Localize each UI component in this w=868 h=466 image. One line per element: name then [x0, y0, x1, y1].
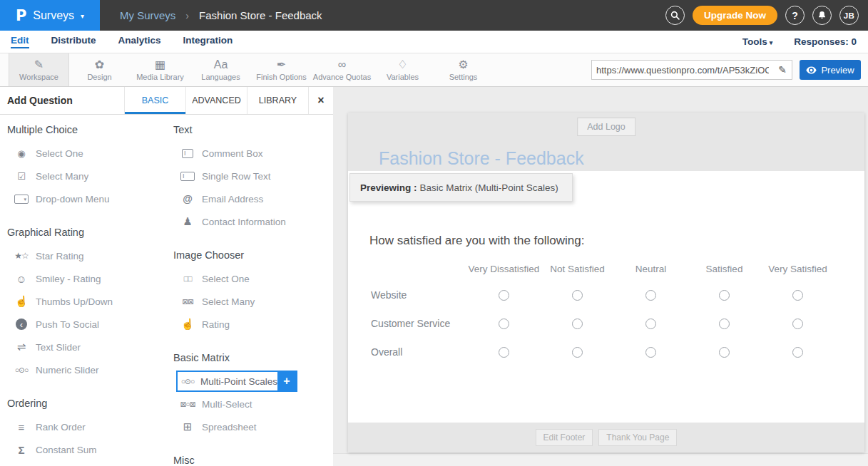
breadcrumb-my-surveys[interactable]: My Surveys: [120, 9, 175, 21]
question-type-drop-down-menu[interactable]: ▾ Drop-down Menu: [7, 187, 166, 210]
close-panel-button[interactable]: ×: [308, 87, 333, 114]
toolbar-workspace[interactable]: ✎ Workspace: [9, 53, 69, 86]
question-type-text-slider[interactable]: ⇌ Text Slider: [7, 336, 166, 358]
survey-nav-tabs: EditDistributeAnalyticsIntegration: [11, 35, 233, 48]
matrix-radio-overall-satisfied[interactable]: [719, 347, 730, 358]
avatar[interactable]: JB: [839, 6, 859, 25]
questionpro-app: P Surveys ▾ My Surveys › Fashion Store -…: [0, 0, 868, 466]
toolbar-media-library[interactable]: ▦ Media Library: [130, 53, 190, 86]
panel-tab-advanced[interactable]: ADVANCED: [185, 87, 247, 114]
matrix-radio-overall-very-dissatisfied[interactable]: [499, 347, 509, 358]
question-type-smiley-rating[interactable]: ☺ Smiley - Rating: [7, 267, 166, 290]
question-type-thumbs-up-down[interactable]: ☝ Thumbs Up/Down: [7, 290, 166, 313]
thank-you-page-button[interactable]: Thank You Page: [598, 429, 677, 446]
question-type-label: Select One: [36, 148, 83, 159]
edit-toolbar: ✎ Workspace ✿ Design ▦ Media Library Aa …: [0, 53, 868, 87]
matrix-radio-website-very-dissatisfied[interactable]: [499, 290, 509, 301]
question-type-multi-point-scales[interactable]: ○⊙○Multi-Point Scales +: [173, 370, 332, 393]
question-type-contact-information[interactable]: ♟ Contact Information: [173, 210, 332, 233]
matrix-radio-website-very-satisfied[interactable]: [792, 290, 803, 301]
toolbar-languages[interactable]: Aa Languages: [190, 53, 251, 86]
toolbar-finish-options[interactable]: ✒ Finish Options: [251, 53, 312, 86]
question-type-rating[interactable]: ☝ Rating: [173, 313, 332, 336]
survey-url-input[interactable]: [592, 65, 773, 76]
matrix-radio-overall-neutral[interactable]: [645, 347, 656, 358]
radio-stack-icon: ◉: [13, 148, 30, 159]
matrix-cell: [541, 281, 614, 309]
toolbar-advance-quotas[interactable]: ∞ Advance Quotas: [312, 53, 372, 86]
add-logo-button[interactable]: Add Logo: [577, 118, 635, 136]
nav-tab-analytics[interactable]: Analytics: [118, 35, 161, 48]
matrix-radio-website-satisfied[interactable]: [719, 290, 730, 301]
toolbar-item-label: Languages: [201, 73, 240, 81]
question-type-list: Multiple Choice ◉ Select One ☑ Select Ma…: [0, 115, 333, 466]
checkbox-stack-icon: ☑: [13, 171, 30, 182]
matrix-radio-website-not-satisfied[interactable]: [572, 290, 583, 301]
question-type-single-row-text[interactable]: I Single Row Text: [173, 165, 332, 187]
question-type-label: Comment Box: [202, 148, 263, 159]
tools-menu[interactable]: Tools▾: [742, 36, 773, 47]
matrix-radio-customer-service-not-satisfied[interactable]: [572, 319, 583, 329]
nav-tab-distribute[interactable]: Distribute: [51, 35, 96, 48]
question-type-select-many[interactable]: ⊠⊠ Select Many: [173, 290, 332, 313]
smiley-icon: ☺: [13, 273, 30, 285]
question-type-drag-and-drop[interactable]: ✛ Drag and Drop: [7, 461, 166, 466]
question-type-label: Contact Information: [202, 217, 286, 227]
question-type-star-rating[interactable]: ★☆ Star Rating: [7, 244, 166, 267]
translate-icon: Aa: [214, 59, 228, 71]
matrix-radio-customer-service-satisfied[interactable]: [719, 319, 730, 329]
survey-url-box: ✎: [591, 60, 792, 80]
edit-url-icon[interactable]: ✎: [773, 64, 792, 76]
responses-count[interactable]: Responses: 0: [794, 36, 857, 47]
question-type-email-address[interactable]: @ Email Address: [173, 187, 332, 210]
upgrade-button[interactable]: Upgrade Now: [693, 6, 777, 25]
nav-tab-integration[interactable]: Integration: [183, 35, 233, 48]
toolbar-design[interactable]: ✿ Design: [69, 53, 130, 86]
question-type-numeric-slider[interactable]: ○⊙○ Numeric Slider: [7, 358, 166, 381]
section-heading: Misc: [173, 452, 332, 466]
matrix-column-very-satisfied: Very Satisfied: [761, 257, 834, 281]
toolbar-right: ✎ Preview: [591, 60, 868, 80]
matrix-radio-customer-service-very-satisfied[interactable]: [792, 319, 803, 329]
question-type-comment-box[interactable]: I Comment Box: [173, 142, 332, 165]
matrix-cell: [688, 309, 761, 338]
matrix-radio-website-neutral[interactable]: [645, 290, 656, 301]
question-type-multi-select[interactable]: ⊠○⊠ Multi-Select: [173, 393, 332, 415]
question-type-label: Spreadsheet: [202, 422, 257, 433]
matrix-cell: [761, 309, 834, 338]
panel-tab-library[interactable]: LIBRARY: [247, 87, 308, 114]
question-type-label: Select Many: [202, 296, 255, 307]
search-button[interactable]: [665, 6, 685, 25]
product-switcher[interactable]: P Surveys ▾: [0, 0, 100, 31]
preview-button[interactable]: Preview: [800, 60, 861, 80]
toolbar-variables[interactable]: ♢ Variables: [372, 53, 433, 86]
matrix-column-very-dissatisfied: Very Dissatisfied: [467, 257, 541, 281]
comment-box-icon: I: [179, 149, 196, 158]
section-image-chooser: Image Chooser □□ Select One ⊠⊠ Select Ma…: [173, 247, 332, 336]
slider-icon: ⇌: [13, 341, 30, 353]
add-question-panel: Add Question BASICADVANCEDLIBRARY × Mult…: [0, 87, 333, 466]
toolbar-settings[interactable]: ⚙ Settings: [433, 53, 494, 86]
matrix-cell: [467, 309, 541, 338]
nav-tab-edit[interactable]: Edit: [11, 35, 29, 48]
matrix-radio-customer-service-neutral[interactable]: [645, 319, 656, 329]
toolbar-item-label: Variables: [387, 73, 419, 81]
toolbar-item-label: Advance Quotas: [313, 73, 371, 81]
matrix-radio-customer-service-very-dissatisfied[interactable]: [499, 319, 509, 329]
help-button[interactable]: ?: [785, 6, 805, 25]
question-type-select-one[interactable]: ◉ Select One: [7, 142, 166, 165]
notifications-button[interactable]: [812, 6, 832, 25]
matrix-radio-overall-not-satisfied[interactable]: [572, 347, 583, 358]
question-type-push-to-social[interactable]: ‹ Push To Social: [7, 313, 166, 336]
add-question-plus-button[interactable]: +: [277, 372, 296, 390]
section-heading: Multiple Choice: [7, 122, 166, 138]
question-type-select-one[interactable]: □□ Select One: [173, 267, 332, 290]
question-type-constant-sum[interactable]: Σ Constant Sum: [7, 438, 166, 461]
question-type-select-many[interactable]: ☑ Select Many: [7, 165, 166, 187]
matrix-radio-overall-very-satisfied[interactable]: [792, 347, 803, 358]
question-type-rank-order[interactable]: ≡ Rank Order: [7, 415, 166, 438]
edit-footer-button[interactable]: Edit Footer: [536, 429, 593, 446]
panel-tab-basic[interactable]: BASIC: [124, 87, 185, 114]
matrix-row-overall: Overall: [371, 338, 467, 366]
question-type-spreadsheet[interactable]: ⊞ Spreadsheet: [173, 415, 332, 438]
